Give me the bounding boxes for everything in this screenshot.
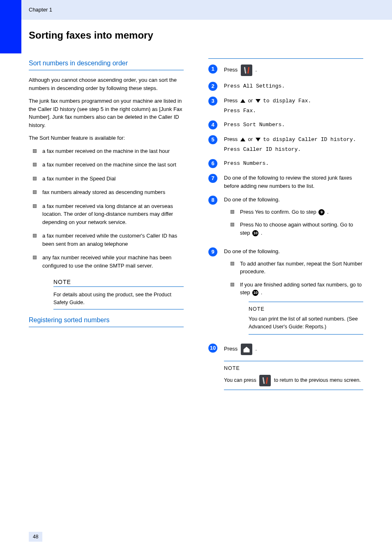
note-label: NOTE (224, 365, 363, 372)
step-item: 2 Press All Settings. (208, 82, 363, 91)
step-item: 1 Press . (208, 65, 363, 76)
step-item: 3 Press or to display Fax. Press Fax. (208, 97, 363, 115)
step-text: Press (224, 67, 239, 73)
bullet-icon (231, 210, 234, 214)
intro-paragraph-3: The Sort Number feature is available for… (29, 134, 184, 142)
step-text: Press Numbers. (224, 160, 269, 166)
chapter-tab (0, 0, 21, 53)
home-icon (241, 344, 252, 355)
sub-step-text: Press Yes to confirm. Go to step 9 . (240, 208, 363, 216)
up-arrow-icon (240, 138, 245, 141)
step-text: Press All Settings. (224, 83, 285, 89)
intro-paragraph-2: The junk fax numbers programmed on your … (29, 97, 184, 129)
section-title: Sorting faxes into memory (29, 28, 363, 43)
step-text: Do one of the following. (224, 248, 280, 254)
step-number-badge: 3 (208, 97, 217, 106)
step-number-badge: 1 (208, 65, 217, 74)
note-text: You can press (224, 377, 258, 383)
note-text: to return to the previous menu screen. (274, 377, 361, 383)
step-text: Press Sort Numbers. (224, 122, 285, 128)
step-ref-badge: 10 (252, 290, 258, 296)
down-arrow-icon (256, 99, 261, 103)
step-extra: Press Fax. (224, 107, 363, 115)
down-arrow-icon (256, 138, 261, 141)
step-text: Do one of the following. (224, 196, 280, 203)
step-extra: Press Caller ID history. (224, 145, 363, 154)
feature-list: a fax number received on the machine in … (33, 147, 184, 270)
chapter-label: Chapter 1 (29, 6, 52, 14)
sub-step-text: Press No to choose again without sorting… (240, 221, 363, 237)
right-column: 1 Press . 2 Press All Settings. 3 (208, 54, 363, 399)
step-item: 5 Press or to display Caller ID history.… (208, 135, 363, 153)
feature-item: any fax number received while your machi… (42, 254, 184, 270)
step-item: 7 Do one of the following to review the … (208, 174, 363, 190)
step-number-badge: 6 (208, 159, 217, 168)
step-number-badge: 9 (208, 247, 217, 256)
step-item: 10 Press . NOTE You can pres (208, 344, 363, 393)
page-number: 48 (29, 532, 42, 542)
step-item: 6 Press Numbers. (208, 159, 363, 168)
step-ref-badge: 10 (252, 230, 258, 236)
intro-paragraph-1: Although you cannot choose ascending ord… (29, 76, 184, 92)
bullet-icon (33, 234, 37, 238)
step-number-badge: 8 (208, 196, 217, 205)
feature-item: a fax number received while the customer… (42, 232, 184, 248)
steps-list: 1 Press . 2 Press All Settings. 3 (208, 65, 363, 393)
step-number-badge: 10 (208, 344, 217, 353)
feature-item: fax numbers already stored as descending… (42, 188, 184, 196)
step-text: Press (224, 97, 239, 104)
bullet-icon (231, 262, 234, 265)
sub-text: . (261, 289, 263, 295)
bullet-icon (33, 177, 37, 180)
step-text: to display Fax. (263, 98, 311, 104)
step-number-badge: 5 (208, 135, 217, 144)
step-text: . (255, 346, 257, 352)
sub-step-text: To add another fax number, repeat the So… (240, 260, 363, 276)
step-text: or (248, 136, 254, 142)
step-number-badge: 4 (208, 120, 217, 129)
step-text: Do one of the following to review the st… (224, 175, 352, 189)
header-bar: Chapter 1 (0, 0, 392, 20)
note-text: For details about using the product, see… (53, 292, 171, 305)
step-text: to display Caller ID history. (263, 136, 356, 143)
step-number-badge: 7 (208, 174, 217, 183)
note-label: NOTE (53, 278, 184, 287)
feature-item: a fax number in the Speed Dial (42, 175, 184, 183)
feature-item: a fax number received via long distance … (42, 202, 184, 226)
sub-step-text: If you are finished adding sorted fax nu… (240, 281, 363, 297)
step-number-badge: 2 (208, 82, 217, 91)
up-arrow-icon (240, 99, 245, 103)
note-body: You can print the list of all sorted num… (249, 315, 363, 331)
registering-heading: Registering sorted numbers (29, 315, 184, 327)
feature-item: a fax number received on the machine in … (42, 147, 184, 155)
bullet-icon (33, 204, 37, 208)
sub-text: . (261, 230, 263, 236)
note-body: You can press to return to the previous … (224, 375, 363, 386)
bullet-icon (231, 223, 234, 226)
tools-icon (241, 65, 252, 76)
intro-heading: Sort numbers in descending order (29, 58, 184, 70)
bullet-icon (33, 190, 37, 194)
feature-item: a fax number received on the machine sin… (42, 161, 184, 169)
sub-text: Press Yes to confirm. Go to step (240, 209, 318, 215)
step-text: or (248, 97, 254, 104)
bullet-icon (33, 149, 37, 153)
step-text: . (255, 67, 257, 73)
note-body: For details about using the product, see… (53, 291, 184, 309)
step-text: Press (224, 346, 239, 352)
left-column: Sort numbers in descending order Althoug… (29, 54, 184, 399)
bullet-icon (231, 283, 234, 286)
sub-text: . (327, 209, 329, 215)
step-item: 8 Do one of the following. Press Yes to … (208, 196, 363, 242)
step-item: 9 Do one of the following. To add anothe… (208, 247, 363, 338)
step-ref-badge: 9 (318, 209, 325, 215)
step-text: Press (224, 136, 239, 142)
tools-icon (259, 375, 271, 386)
step-item: 4 Press Sort Numbers. (208, 120, 363, 129)
bullet-icon (33, 256, 37, 259)
bullet-icon (33, 163, 37, 166)
note-label: NOTE (249, 305, 363, 313)
